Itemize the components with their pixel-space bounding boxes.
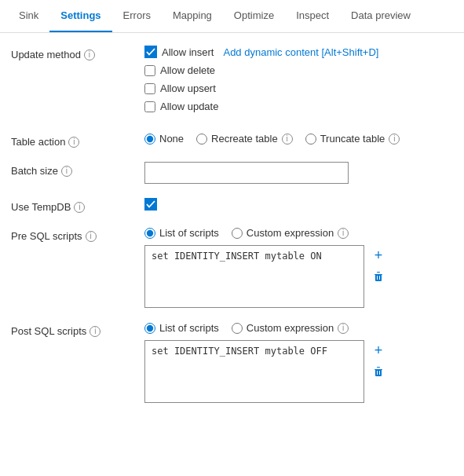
pre-sql-radio-1[interactable] — [232, 228, 243, 239]
tab-optimize[interactable]: Optimize — [223, 0, 285, 32]
allow-upsert-label: Allow upsert — [160, 82, 216, 94]
post-sql-radio-label-0: List of scripts — [159, 322, 219, 334]
table-action-option-1[interactable]: Recreate tablei — [196, 133, 293, 145]
table-action-radio-2[interactable] — [305, 134, 316, 145]
post-sql-custom-info-icon[interactable]: i — [338, 323, 349, 334]
update-method-label: Update method — [11, 49, 81, 60]
batch-size-row: Batch size i — [11, 162, 453, 184]
post-sql-radio-0[interactable] — [144, 323, 155, 334]
pre-sql-actions: + — [371, 245, 386, 287]
pre-sql-controls: List of scriptsCustom expressioni set ID… — [144, 227, 453, 308]
post-sql-scripts-label: Post SQL scripts — [11, 325, 86, 337]
pre-sql-radio-label-0: List of scripts — [159, 227, 219, 239]
update-method-info-icon[interactable]: i — [84, 49, 95, 60]
pre-sql-scripts-row: Pre SQL scripts i List of scriptsCustom … — [11, 227, 453, 308]
post-sql-scripts-row: Post SQL scripts i List of scriptsCustom… — [11, 322, 453, 403]
tab-errors[interactable]: Errors — [112, 0, 162, 32]
post-sql-textarea[interactable]: set IDENTITY_INSERT mytable OFF — [144, 340, 364, 403]
table-action-option-2[interactable]: Truncate tablei — [305, 133, 400, 145]
use-tempdb-control — [144, 198, 453, 211]
tab-settings[interactable]: Settings — [49, 0, 111, 32]
pre-sql-add-button[interactable]: + — [371, 247, 386, 264]
allow-update-checkbox[interactable] — [144, 101, 155, 112]
allow-upsert-checkbox[interactable] — [144, 83, 155, 94]
tabs-bar: SinkSettingsErrorsMappingOptimizeInspect… — [0, 0, 464, 33]
post-sql-delete-button[interactable] — [371, 364, 386, 382]
post-sql-add-button[interactable]: + — [371, 342, 386, 359]
update-method-controls: Allow insert Add dynamic content [Alt+Sh… — [144, 46, 453, 119]
tab-data-preview[interactable]: Data preview — [340, 0, 422, 32]
tab-mapping[interactable]: Mapping — [162, 0, 223, 32]
table-action-option-label-0: None — [159, 133, 184, 145]
update-method-row: Update method i Allow insert Add dynamic… — [11, 46, 453, 119]
use-tempdb-checkbox[interactable] — [144, 198, 157, 211]
post-sql-controls: List of scriptsCustom expressioni set ID… — [144, 322, 453, 403]
table-action-info-1[interactable]: i — [282, 134, 293, 145]
pre-sql-textarea[interactable]: set IDENTITY_INSERT mytable ON — [144, 245, 364, 308]
table-action-info-icon[interactable]: i — [68, 137, 79, 148]
table-action-info-2[interactable]: i — [389, 134, 400, 145]
pre-sql-radio-0[interactable] — [144, 228, 155, 239]
table-action-radio-1[interactable] — [196, 134, 207, 145]
post-sql-info-icon[interactable]: i — [90, 326, 100, 337]
pre-sql-custom-info-icon[interactable]: i — [338, 228, 349, 239]
tab-sink[interactable]: Sink — [8, 0, 49, 32]
pre-sql-delete-button[interactable] — [371, 269, 386, 287]
allow-insert-label: Allow insert — [162, 46, 214, 58]
post-sql-actions: + — [371, 340, 386, 382]
post-sql-radio-option-0[interactable]: List of scripts — [144, 322, 219, 334]
tab-inspect[interactable]: Inspect — [285, 0, 340, 32]
pre-sql-scripts-label: Pre SQL scripts — [11, 230, 82, 242]
allow-delete-label: Allow delete — [160, 64, 215, 76]
post-sql-radio-label-1: Custom expression — [247, 322, 334, 334]
batch-size-input[interactable] — [144, 162, 349, 184]
post-sql-radio-option-1[interactable]: Custom expressioni — [232, 322, 349, 334]
table-action-controls: NoneRecreate tableiTruncate tablei — [144, 133, 453, 145]
svg-rect-3 — [377, 367, 380, 368]
post-sql-radio-1[interactable] — [232, 323, 243, 334]
use-tempdb-label: Use TempDB — [11, 201, 71, 213]
batch-size-info-icon[interactable]: i — [61, 166, 72, 177]
table-action-row: Table action i NoneRecreate tableiTrunca… — [11, 133, 453, 148]
table-action-radio-0[interactable] — [144, 134, 155, 145]
table-action-option-label-1: Recreate table — [211, 133, 278, 145]
table-action-label: Table action — [11, 136, 65, 148]
batch-size-label: Batch size — [11, 165, 58, 177]
allow-insert-checkbox[interactable] — [144, 46, 157, 58]
dynamic-content-link[interactable]: Add dynamic content [Alt+Shift+D] — [223, 46, 378, 58]
table-action-option-label-2: Truncate table — [320, 133, 385, 145]
pre-sql-info-icon[interactable]: i — [86, 231, 97, 242]
use-tempdb-info-icon[interactable]: i — [74, 202, 85, 213]
allow-delete-checkbox[interactable] — [144, 65, 155, 76]
use-tempdb-row: Use TempDB i — [11, 198, 453, 213]
pre-sql-radio-option-1[interactable]: Custom expressioni — [232, 227, 349, 239]
svg-rect-1 — [377, 272, 380, 273]
table-action-option-0[interactable]: None — [144, 133, 184, 145]
pre-sql-radio-label-1: Custom expression — [247, 227, 334, 239]
allow-update-label: Allow update — [160, 101, 218, 112]
batch-size-control — [144, 162, 453, 184]
pre-sql-radio-option-0[interactable]: List of scripts — [144, 227, 219, 239]
